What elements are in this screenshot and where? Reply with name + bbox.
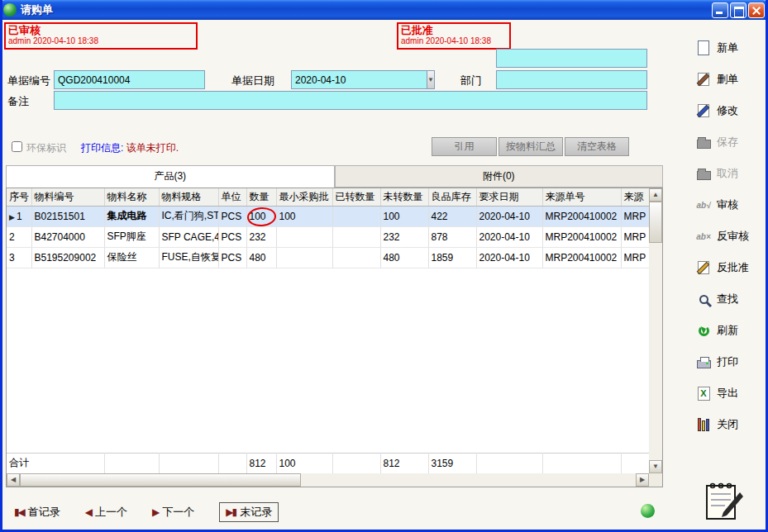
table-row[interactable]: 3 B5195209002 保险丝 FUSE,自恢复 PCS 480 480 1… (7, 247, 649, 268)
col-header-spec[interactable]: 物料规格 (159, 188, 218, 206)
approved-status-info: admin 2020-04-10 18:38 (401, 36, 507, 45)
vertical-scroll-thumb[interactable] (649, 202, 662, 243)
last-record-button[interactable]: ▶▮ 末记录 (219, 502, 279, 522)
print-icon (695, 354, 712, 370)
items-grid: 序号 物料编号 物料名称 物料规格 单位 数量 最小采购批 已转数量 未转数量 … (6, 188, 663, 487)
table-row[interactable]: 2 B42704000 SFP脚座 SFP CAGE,4 PCS 232 232… (7, 226, 649, 247)
record-nav: ▮◀ 首记录 ◀ 上一个 ▶ 下一个 ▶▮ 末记录 (14, 502, 279, 522)
approved-status-box: 已批准 admin 2020-04-10 18:38 (397, 22, 511, 50)
window-body: 已审核 admin 2020-04-10 18:38 已批准 admin 202… (2, 20, 766, 530)
sidebar-item-cancel[interactable]: 取消 (695, 164, 765, 183)
sidebar: 新单 删单 修改 保存 取消 ab√ 审核 ab (695, 38, 765, 435)
col-header-code[interactable]: 物料编号 (31, 188, 104, 206)
scroll-right-icon[interactable]: ▶ (636, 473, 649, 487)
minimize-button[interactable] (712, 2, 728, 18)
col-header-unit[interactable]: 单位 (218, 188, 246, 206)
sidebar-item-new[interactable]: 新单 (695, 38, 765, 58)
dept-label: 部门 (460, 74, 482, 88)
approved-status-label: 已批准 (401, 24, 507, 36)
summarize-by-material-button[interactable]: 按物料汇总 (498, 137, 563, 156)
remark-label: 备注 (7, 94, 29, 109)
totals-row: 合计 812 100 812 3159 (7, 453, 650, 474)
col-header-min-batch[interactable]: 最小采购批 (276, 188, 332, 206)
status-ball-icon (641, 504, 655, 518)
col-header-req-date[interactable]: 要求日期 (476, 188, 542, 206)
tab-bar: 产品(3) 附件(0) (6, 165, 663, 188)
clear-table-button[interactable]: 清空表格 (565, 137, 629, 156)
edit-icon (695, 102, 712, 119)
totals-untransferred: 812 (380, 453, 428, 473)
col-header-transferred[interactable]: 已转数量 (332, 188, 380, 206)
doc-date-input[interactable] (291, 70, 427, 89)
refresh-icon (695, 322, 712, 339)
scroll-left-icon[interactable]: ◀ (7, 473, 20, 487)
totals-stock: 3159 (428, 453, 476, 473)
prev-record-button[interactable]: ◀ 上一个 (85, 505, 127, 520)
next-record-icon: ▶ (152, 506, 158, 518)
scroll-up-icon[interactable]: ▲ (649, 188, 662, 202)
cite-button[interactable]: 引用 (432, 137, 497, 156)
sidebar-item-save[interactable]: 保存 (695, 132, 765, 152)
next-record-button[interactable]: ▶ 下一个 (152, 505, 194, 520)
new-doc-icon (695, 40, 712, 56)
totals-label: 合计 (7, 453, 104, 473)
doc-no-label: 单据编号 (7, 74, 50, 88)
col-header-name[interactable]: 物料名称 (104, 188, 159, 206)
prev-record-icon: ◀ (85, 506, 91, 518)
sidebar-item-close[interactable]: 关闭 (695, 415, 765, 435)
sidebar-item-unaudit[interactable]: ab× 反审核 (695, 226, 765, 246)
first-record-icon: ▮◀ (14, 506, 24, 518)
col-header-qty[interactable]: 数量 (246, 188, 276, 206)
sidebar-item-print[interactable]: 打印 (695, 352, 765, 372)
sidebar-item-unapprove[interactable]: 反批准 (695, 258, 765, 278)
horizontal-scrollbar[interactable]: ◀ ▶ (7, 473, 649, 487)
col-header-no[interactable]: 序号 (7, 188, 31, 206)
audit-icon: ab√ (695, 197, 712, 213)
doc-date-label: 单据日期 (231, 74, 274, 88)
cancel-icon (695, 165, 712, 182)
notepad-icon (704, 479, 745, 524)
eco-checkbox[interactable] (12, 141, 22, 152)
print-info-prefix: 打印信息: (81, 142, 123, 154)
chevron-down-icon[interactable]: ▼ (427, 70, 435, 89)
col-header-source[interactable]: 来源 (621, 188, 649, 206)
remark-input[interactable] (54, 91, 647, 110)
doc-date-combo[interactable]: ▼ (291, 70, 429, 89)
sidebar-item-delete[interactable]: 删单 (695, 69, 765, 89)
window-title: 请购单 (21, 2, 710, 17)
totals-min-batch: 100 (276, 453, 332, 473)
scroll-down-icon[interactable]: ▼ (649, 460, 662, 473)
titlebar[interactable]: 请购单 (0, 0, 768, 20)
first-record-button[interactable]: ▮◀ 首记录 (14, 505, 60, 520)
sidebar-item-modify[interactable]: 修改 (695, 101, 765, 121)
extra-field[interactable] (496, 49, 647, 68)
sidebar-item-audit[interactable]: ab√ 审核 (695, 195, 765, 215)
purchase-requisition-window: 请购单 已审核 admin 2020-04-10 18:38 已批准 admin… (0, 0, 768, 532)
tab-products[interactable]: 产品(3) (6, 165, 335, 188)
close-button[interactable] (748, 2, 765, 18)
dept-input[interactable] (496, 70, 647, 89)
col-header-source-no[interactable]: 来源单号 (542, 188, 621, 206)
tab-attachments[interactable]: 附件(0) (335, 165, 664, 188)
print-info: 打印信息: 该单未打印. (81, 141, 179, 155)
items-table: 序号 物料编号 物料名称 物料规格 单位 数量 最小采购批 已转数量 未转数量 … (7, 188, 650, 268)
col-header-stock[interactable]: 良品库存 (428, 188, 476, 206)
audited-status-info: admin 2020-04-10 18:38 (8, 36, 193, 45)
vertical-scrollbar[interactable]: ▲ ▼ (649, 188, 662, 473)
horizontal-scroll-thumb[interactable] (20, 473, 301, 487)
close-window-icon (695, 416, 712, 433)
eco-checkbox-label: 环保标识 (26, 141, 66, 155)
sidebar-item-export[interactable]: X 导出 (695, 383, 765, 403)
unapprove-icon (695, 259, 712, 276)
doc-no-input[interactable] (54, 70, 205, 89)
sidebar-item-refresh[interactable]: 刷新 (695, 321, 765, 340)
maximize-button[interactable] (730, 2, 747, 18)
export-icon: X (695, 385, 712, 401)
table-row[interactable]: ▶1 B02151501 集成电路 IC,看门狗,ST PCS 100 100 … (7, 206, 649, 226)
sidebar-item-find[interactable]: 查找 (695, 289, 765, 309)
table-header-row: 序号 物料编号 物料名称 物料规格 单位 数量 最小采购批 已转数量 未转数量 … (7, 188, 649, 206)
print-info-text: 该单未打印. (126, 142, 179, 154)
col-header-untransferred[interactable]: 未转数量 (380, 188, 428, 206)
scrollbar-corner (649, 473, 662, 487)
audited-status-box: 已审核 admin 2020-04-10 18:38 (4, 22, 198, 50)
